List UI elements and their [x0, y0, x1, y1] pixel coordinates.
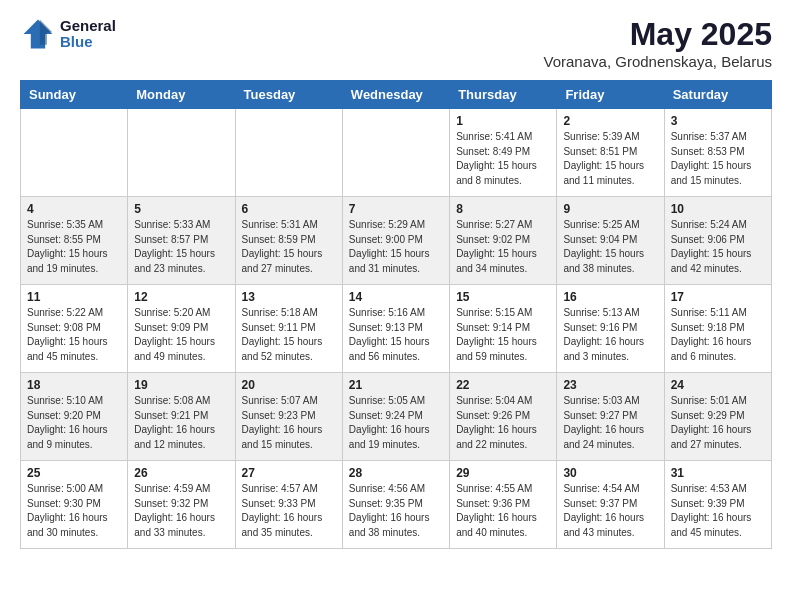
day-info: Sunrise: 5:37 AM Sunset: 8:53 PM Dayligh… [671, 130, 765, 188]
day-info: Sunrise: 5:24 AM Sunset: 9:06 PM Dayligh… [671, 218, 765, 276]
calendar-cell: 15Sunrise: 5:15 AM Sunset: 9:14 PM Dayli… [450, 285, 557, 373]
day-info: Sunrise: 5:16 AM Sunset: 9:13 PM Dayligh… [349, 306, 443, 364]
calendar-cell: 19Sunrise: 5:08 AM Sunset: 9:21 PM Dayli… [128, 373, 235, 461]
day-info: Sunrise: 5:07 AM Sunset: 9:23 PM Dayligh… [242, 394, 336, 452]
day-info: Sunrise: 5:33 AM Sunset: 8:57 PM Dayligh… [134, 218, 228, 276]
day-info: Sunrise: 5:18 AM Sunset: 9:11 PM Dayligh… [242, 306, 336, 364]
day-number: 30 [563, 466, 657, 480]
day-info: Sunrise: 4:54 AM Sunset: 9:37 PM Dayligh… [563, 482, 657, 540]
day-number: 22 [456, 378, 550, 392]
day-number: 29 [456, 466, 550, 480]
day-info: Sunrise: 5:35 AM Sunset: 8:55 PM Dayligh… [27, 218, 121, 276]
calendar-cell: 17Sunrise: 5:11 AM Sunset: 9:18 PM Dayli… [664, 285, 771, 373]
day-info: Sunrise: 5:22 AM Sunset: 9:08 PM Dayligh… [27, 306, 121, 364]
day-number: 2 [563, 114, 657, 128]
day-info: Sunrise: 5:31 AM Sunset: 8:59 PM Dayligh… [242, 218, 336, 276]
day-info: Sunrise: 4:59 AM Sunset: 9:32 PM Dayligh… [134, 482, 228, 540]
day-header-friday: Friday [557, 81, 664, 109]
svg-marker-1 [40, 20, 53, 45]
day-info: Sunrise: 4:56 AM Sunset: 9:35 PM Dayligh… [349, 482, 443, 540]
calendar-cell: 29Sunrise: 4:55 AM Sunset: 9:36 PM Dayli… [450, 461, 557, 549]
calendar-header-row: SundayMondayTuesdayWednesdayThursdayFrid… [21, 81, 772, 109]
day-info: Sunrise: 5:41 AM Sunset: 8:49 PM Dayligh… [456, 130, 550, 188]
day-number: 14 [349, 290, 443, 304]
day-info: Sunrise: 5:29 AM Sunset: 9:00 PM Dayligh… [349, 218, 443, 276]
day-number: 28 [349, 466, 443, 480]
day-number: 5 [134, 202, 228, 216]
calendar-week-1: 1Sunrise: 5:41 AM Sunset: 8:49 PM Daylig… [21, 109, 772, 197]
day-number: 15 [456, 290, 550, 304]
calendar-cell: 20Sunrise: 5:07 AM Sunset: 9:23 PM Dayli… [235, 373, 342, 461]
calendar-cell: 12Sunrise: 5:20 AM Sunset: 9:09 PM Dayli… [128, 285, 235, 373]
day-info: Sunrise: 4:53 AM Sunset: 9:39 PM Dayligh… [671, 482, 765, 540]
calendar-cell: 13Sunrise: 5:18 AM Sunset: 9:11 PM Dayli… [235, 285, 342, 373]
day-number: 21 [349, 378, 443, 392]
calendar-cell: 31Sunrise: 4:53 AM Sunset: 9:39 PM Dayli… [664, 461, 771, 549]
day-info: Sunrise: 4:57 AM Sunset: 9:33 PM Dayligh… [242, 482, 336, 540]
calendar-cell: 25Sunrise: 5:00 AM Sunset: 9:30 PM Dayli… [21, 461, 128, 549]
day-header-monday: Monday [128, 81, 235, 109]
day-number: 25 [27, 466, 121, 480]
day-number: 20 [242, 378, 336, 392]
calendar-cell [342, 109, 449, 197]
calendar-cell: 7Sunrise: 5:29 AM Sunset: 9:00 PM Daylig… [342, 197, 449, 285]
calendar-cell: 10Sunrise: 5:24 AM Sunset: 9:06 PM Dayli… [664, 197, 771, 285]
page: General Blue May 2025 Voranava, Grodnens… [0, 0, 792, 565]
day-info: Sunrise: 5:13 AM Sunset: 9:16 PM Dayligh… [563, 306, 657, 364]
calendar-cell: 5Sunrise: 5:33 AM Sunset: 8:57 PM Daylig… [128, 197, 235, 285]
day-info: Sunrise: 5:25 AM Sunset: 9:04 PM Dayligh… [563, 218, 657, 276]
day-header-sunday: Sunday [21, 81, 128, 109]
logo: General Blue [20, 16, 116, 52]
day-info: Sunrise: 5:10 AM Sunset: 9:20 PM Dayligh… [27, 394, 121, 452]
calendar-cell: 26Sunrise: 4:59 AM Sunset: 9:32 PM Dayli… [128, 461, 235, 549]
calendar-cell: 24Sunrise: 5:01 AM Sunset: 9:29 PM Dayli… [664, 373, 771, 461]
calendar-cell: 28Sunrise: 4:56 AM Sunset: 9:35 PM Dayli… [342, 461, 449, 549]
day-info: Sunrise: 5:04 AM Sunset: 9:26 PM Dayligh… [456, 394, 550, 452]
day-number: 3 [671, 114, 765, 128]
calendar-cell: 2Sunrise: 5:39 AM Sunset: 8:51 PM Daylig… [557, 109, 664, 197]
logo-general-text: General [60, 18, 116, 35]
day-number: 6 [242, 202, 336, 216]
day-info: Sunrise: 5:03 AM Sunset: 9:27 PM Dayligh… [563, 394, 657, 452]
day-number: 12 [134, 290, 228, 304]
calendar-cell: 9Sunrise: 5:25 AM Sunset: 9:04 PM Daylig… [557, 197, 664, 285]
calendar-cell: 4Sunrise: 5:35 AM Sunset: 8:55 PM Daylig… [21, 197, 128, 285]
day-number: 23 [563, 378, 657, 392]
calendar-cell: 1Sunrise: 5:41 AM Sunset: 8:49 PM Daylig… [450, 109, 557, 197]
header: General Blue May 2025 Voranava, Grodnens… [20, 16, 772, 70]
day-number: 13 [242, 290, 336, 304]
calendar-cell [235, 109, 342, 197]
day-info: Sunrise: 5:15 AM Sunset: 9:14 PM Dayligh… [456, 306, 550, 364]
main-title: May 2025 [544, 16, 772, 53]
calendar-cell: 27Sunrise: 4:57 AM Sunset: 9:33 PM Dayli… [235, 461, 342, 549]
calendar-week-5: 25Sunrise: 5:00 AM Sunset: 9:30 PM Dayli… [21, 461, 772, 549]
logo-icon [20, 16, 56, 52]
svg-marker-0 [24, 20, 53, 49]
calendar-week-3: 11Sunrise: 5:22 AM Sunset: 9:08 PM Dayli… [21, 285, 772, 373]
day-number: 10 [671, 202, 765, 216]
calendar-cell: 22Sunrise: 5:04 AM Sunset: 9:26 PM Dayli… [450, 373, 557, 461]
day-header-tuesday: Tuesday [235, 81, 342, 109]
calendar-cell: 23Sunrise: 5:03 AM Sunset: 9:27 PM Dayli… [557, 373, 664, 461]
logo-blue-text: Blue [60, 34, 116, 51]
day-number: 8 [456, 202, 550, 216]
calendar-week-2: 4Sunrise: 5:35 AM Sunset: 8:55 PM Daylig… [21, 197, 772, 285]
calendar: SundayMondayTuesdayWednesdayThursdayFrid… [20, 80, 772, 549]
day-info: Sunrise: 5:01 AM Sunset: 9:29 PM Dayligh… [671, 394, 765, 452]
day-number: 4 [27, 202, 121, 216]
calendar-cell: 6Sunrise: 5:31 AM Sunset: 8:59 PM Daylig… [235, 197, 342, 285]
day-header-wednesday: Wednesday [342, 81, 449, 109]
calendar-cell: 3Sunrise: 5:37 AM Sunset: 8:53 PM Daylig… [664, 109, 771, 197]
calendar-week-4: 18Sunrise: 5:10 AM Sunset: 9:20 PM Dayli… [21, 373, 772, 461]
day-header-thursday: Thursday [450, 81, 557, 109]
calendar-cell: 14Sunrise: 5:16 AM Sunset: 9:13 PM Dayli… [342, 285, 449, 373]
day-info: Sunrise: 4:55 AM Sunset: 9:36 PM Dayligh… [456, 482, 550, 540]
calendar-cell: 11Sunrise: 5:22 AM Sunset: 9:08 PM Dayli… [21, 285, 128, 373]
day-number: 24 [671, 378, 765, 392]
calendar-cell: 16Sunrise: 5:13 AM Sunset: 9:16 PM Dayli… [557, 285, 664, 373]
day-number: 11 [27, 290, 121, 304]
calendar-cell: 8Sunrise: 5:27 AM Sunset: 9:02 PM Daylig… [450, 197, 557, 285]
calendar-cell: 21Sunrise: 5:05 AM Sunset: 9:24 PM Dayli… [342, 373, 449, 461]
day-info: Sunrise: 5:00 AM Sunset: 9:30 PM Dayligh… [27, 482, 121, 540]
day-number: 19 [134, 378, 228, 392]
